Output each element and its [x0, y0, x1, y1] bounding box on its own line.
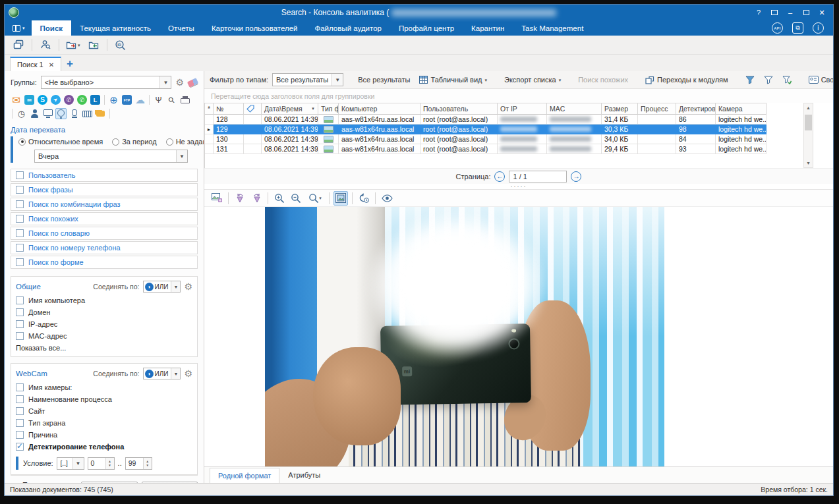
help-button[interactable]: ?: [751, 7, 766, 18]
common-item-3[interactable]: IP-адрес: [16, 320, 192, 328]
scrollbar-thumb[interactable]: [805, 115, 812, 130]
filter-computer-button[interactable]: [761, 74, 776, 86]
column-header-user[interactable]: Пользователь: [420, 103, 498, 115]
stepper-arrows-icon[interactable]: ▲▼: [143, 458, 152, 469]
webcam-settings-gear-icon[interactable]: ⚙: [184, 369, 192, 378]
checkbox-icon[interactable]: [16, 320, 24, 328]
period-combobox[interactable]: Вчера ▼: [34, 150, 188, 163]
radio-1[interactable]: Относительное время: [18, 138, 103, 146]
ftp-icon[interactable]: FTP: [121, 94, 132, 105]
condition-to-stepper[interactable]: 99 ▲▼: [125, 457, 152, 470]
clock-icon[interactable]: ◷: [16, 108, 27, 119]
folder-edit-icon[interactable]: [95, 108, 106, 119]
webcam-icon[interactable]: [55, 108, 67, 119]
webcam-item-5[interactable]: Причина: [16, 431, 192, 439]
filter-by-type-combobox[interactable]: Все результаты ▼: [272, 73, 343, 86]
export-search-button[interactable]: ▾: [64, 37, 82, 53]
restore-button[interactable]: [799, 7, 813, 18]
monitor-icon[interactable]: [42, 108, 53, 119]
common-settings-gear-icon[interactable]: ⚙: [184, 282, 192, 291]
filter-apply-button[interactable]: [780, 74, 794, 86]
table-row[interactable]: ►12908.06.2021 14:39:38aas-w81x64ru.aas.…: [205, 125, 767, 134]
show-all-link[interactable]: Показать все...: [16, 344, 192, 352]
filter-box-6[interactable]: Поиск по номеру телефона: [11, 241, 198, 254]
zoom-in-button[interactable]: [272, 191, 287, 206]
column-header-comp[interactable]: Компьютер: [339, 103, 420, 115]
next-page-button[interactable]: →: [571, 171, 581, 182]
checkbox-icon[interactable]: [16, 407, 24, 415]
image-viewer[interactable]: mi: [204, 207, 833, 466]
pin-window-button[interactable]: [767, 7, 782, 18]
scroll-up-icon[interactable]: ▲: [806, 103, 811, 112]
condition-operator-combobox[interactable]: [..] ▼: [57, 457, 84, 470]
filter-box-4[interactable]: Поиск похожих: [11, 212, 198, 225]
chevron-down-icon[interactable]: ▼: [176, 150, 187, 162]
user-properties-button[interactable]: Свойства пользо...: [806, 74, 833, 85]
checkbox-icon[interactable]: [16, 171, 24, 179]
checkbox-icon[interactable]: [16, 443, 24, 451]
viber-icon[interactable]: ✆: [63, 94, 74, 105]
tab-search-1[interactable]: Поиск 1 ✕: [10, 57, 61, 71]
column-header-type[interactable]: Тип фа: [318, 103, 339, 115]
scroll-down-icon[interactable]: ▼: [806, 159, 811, 167]
refresh-button[interactable]: [357, 191, 371, 206]
user-clock-icon[interactable]: [29, 108, 40, 119]
menu-item-5[interactable]: Файловый аудитор: [306, 20, 390, 36]
column-header-ip[interactable]: От IP: [498, 103, 547, 115]
table-row[interactable]: 13008.06.2021 14:39:36aas-w81x64ru.aas.l…: [205, 134, 767, 144]
column-header-num[interactable]: №: [214, 103, 244, 115]
add-tab-button[interactable]: +: [61, 57, 78, 71]
search-similar-button[interactable]: Поиск похожих: [575, 74, 631, 85]
prev-page-button[interactable]: ←: [494, 171, 505, 182]
new-window-button[interactable]: [10, 37, 27, 53]
whatsapp-icon[interactable]: ✆: [76, 94, 88, 105]
mic-icon[interactable]: [69, 108, 80, 119]
grid-vertical-scrollbar[interactable]: ▲ ▼: [803, 103, 813, 168]
menu-item-6[interactable]: Профайл центр: [390, 20, 463, 36]
common-join-combobox[interactable]: ◑ ИЛИ ▼: [143, 281, 181, 293]
rotate-right-button[interactable]: [249, 191, 264, 206]
minimize-button[interactable]: –: [783, 7, 797, 18]
checkbox-icon[interactable]: [16, 296, 24, 304]
stepper-arrows-icon[interactable]: ▲▼: [105, 458, 114, 469]
column-header-proc[interactable]: Процесс: [638, 103, 676, 115]
menu-item-2[interactable]: Текущая активность: [71, 20, 159, 36]
checkbox-icon[interactable]: [16, 258, 24, 266]
zoom-out-button[interactable]: [289, 191, 303, 206]
export-list-button[interactable]: Экспорт списка ▾: [502, 74, 564, 85]
cloud-icon[interactable]: ☁: [134, 94, 146, 105]
im-icon[interactable]: IM: [24, 94, 35, 105]
menu-item-1[interactable]: Поиск: [32, 20, 72, 36]
fit-to-window-button[interactable]: [333, 191, 348, 206]
common-item-2[interactable]: Домен: [16, 308, 192, 316]
column-header-size[interactable]: Размер: [602, 103, 638, 115]
chevron-down-icon[interactable]: ▼: [171, 368, 180, 379]
webcam-item-4[interactable]: Тип экрана: [16, 419, 192, 427]
radio-3[interactable]: Не задано: [166, 138, 204, 146]
page-input[interactable]: 1 / 1: [509, 171, 567, 182]
groups-settings-gear-icon[interactable]: ⚙: [175, 78, 184, 87]
device-search-icon[interactable]: ⚲: [166, 94, 177, 105]
modules-cube-icon[interactable]: ⧉: [792, 22, 803, 34]
rotate-left-button[interactable]: [233, 191, 247, 206]
group-by-hint[interactable]: Перетащите сюда заголовок поля для групп…: [204, 89, 833, 103]
webcam-join-combobox[interactable]: ◑ ИЛИ ▼: [143, 368, 181, 379]
user-search-button[interactable]: [37, 37, 54, 53]
table-row[interactable]: 12808.06.2021 14:39:41aas-w81x64ru.aas.l…: [205, 115, 767, 125]
clear-eraser-icon[interactable]: [187, 78, 198, 87]
checkbox-icon[interactable]: [16, 332, 24, 340]
splitter-handle[interactable]: ·····: [204, 184, 833, 189]
id-search-button[interactable]: ID: [112, 37, 129, 53]
telegram-icon[interactable]: ➤: [50, 94, 61, 105]
info-icon[interactable]: i: [813, 22, 824, 34]
mail-icon[interactable]: ✉: [11, 94, 22, 105]
column-header-mac[interactable]: MAC: [547, 103, 602, 115]
all-results-button[interactable]: Все результаты: [355, 74, 413, 85]
chevron-down-icon[interactable]: ▼: [171, 281, 180, 292]
condition-from-stepper[interactable]: 0 ▲▼: [88, 457, 115, 470]
menu-item-3[interactable]: Отчеты: [159, 20, 203, 36]
filter-box-1[interactable]: Пользователь: [11, 169, 198, 182]
printer-icon[interactable]: [179, 94, 190, 105]
filter-box-3[interactable]: Поиск по комбинации фраз: [11, 198, 198, 211]
chevron-down-icon[interactable]: ▼: [159, 76, 171, 88]
